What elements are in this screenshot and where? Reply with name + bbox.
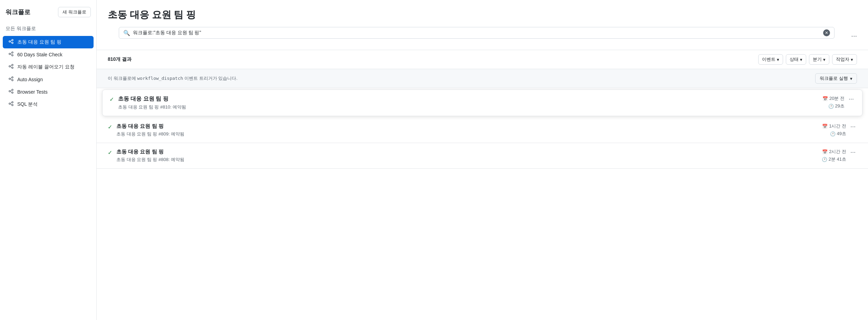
sidebar-header: 워크플로 새 워크플로 — [0, 7, 96, 23]
svg-line-3 — [10, 40, 12, 41]
svg-point-10 — [9, 66, 10, 67]
chevron-down-icon: ▾ — [851, 57, 853, 62]
sidebar-item-label-first-response-ping: 초동 대응 요원 팀 핑 — [17, 39, 61, 45]
svg-point-20 — [9, 91, 10, 92]
filter-buttons: 이벤트▾상태▾분기▾작업자▾ — [758, 54, 857, 65]
workflow-info: 초동 대응 요원 팀 핑초동 대응 요원 팀 핑 #809: 예약됨 — [116, 123, 817, 137]
clock-icon: 🕐 — [830, 131, 836, 137]
sidebar-item-auto-assign[interactable]: Auto Assign — [3, 73, 94, 86]
svg-point-16 — [12, 77, 13, 78]
svg-point-7 — [12, 55, 13, 56]
new-workflow-button[interactable]: 새 워크플로 — [58, 7, 91, 17]
time-row: 📅1시간 전 — [822, 123, 846, 129]
search-bar: 🔍 ✕ — [119, 27, 835, 39]
workflow-icon — [8, 76, 14, 83]
results-bar: 810개 결과 이벤트▾상태▾분기▾작업자▾ — [97, 50, 868, 69]
workflow-sub: 초동 대응 요원 팀 핑 #808: 예약됨 — [116, 157, 816, 163]
table-row[interactable]: ✓초동 대응 요원 팀 핑초동 대응 요원 팀 핑 #809: 예약됨📅1시간 … — [97, 117, 868, 143]
time-row: 📅20분 전 — [822, 95, 845, 102]
sidebar-nav: 초동 대응 요원 팀 핑 60 Days Stale Check 자동 레이블 … — [0, 36, 96, 111]
run-workflow-button[interactable]: 워크플로 실행 ▾ — [815, 73, 857, 84]
duration-value: 2분 41초 — [829, 156, 846, 162]
calendar-icon: 📅 — [822, 124, 828, 129]
main-content: 초동 대응 요원 팀 핑 🔍 ✕ ··· 810개 결과 이벤트▾상태▾분기▾작… — [97, 0, 868, 320]
sidebar-all-workflows[interactable]: 모든 워크플로 — [0, 23, 96, 35]
sidebar: 워크플로 새 워크플로 모든 워크플로 초동 대응 요원 팀 핑 60 Days… — [0, 0, 97, 320]
clock-icon: 🕐 — [828, 104, 834, 109]
search-input[interactable] — [133, 30, 820, 36]
run-workflow-chevron: ▾ — [850, 76, 852, 81]
table-row[interactable]: ✓초동 대응 요원 팀 핑초동 대응 요원 팀 핑 #808: 예약됨📅2시간 … — [97, 143, 868, 169]
duration-value: 29초 — [835, 103, 845, 109]
svg-point-22 — [12, 92, 13, 93]
more-options-button[interactable]: ··· — [847, 95, 855, 103]
svg-point-17 — [12, 79, 13, 81]
workflow-sub: 초동 대응 요원 팀 핑 #810: 예약됨 — [118, 104, 817, 110]
sidebar-item-auto-label-pull[interactable]: 자동 레이블 끌어오기 요청 — [3, 61, 94, 73]
svg-line-13 — [10, 65, 12, 66]
check-icon: ✓ — [108, 149, 112, 156]
filter-branch-button[interactable]: 분기▾ — [809, 54, 829, 65]
more-options-button[interactable]: ··· — [849, 149, 857, 156]
sidebar-item-first-response-ping[interactable]: 초동 대응 요원 팀 핑 — [3, 36, 94, 48]
check-icon: ✓ — [109, 96, 114, 103]
svg-line-23 — [10, 90, 12, 91]
time-value: 20분 전 — [829, 95, 845, 102]
sidebar-item-browser-tests[interactable]: Browser Tests — [3, 86, 94, 98]
svg-line-18 — [10, 78, 12, 78]
sidebar-item-label-auto-label-pull: 자동 레이블 끌어오기 요청 — [17, 64, 75, 70]
svg-point-1 — [12, 39, 13, 41]
workflow-sub: 초동 대응 요원 팀 핑 #809: 예약됨 — [116, 131, 817, 137]
calendar-icon: 📅 — [822, 96, 828, 101]
run-workflow-label: 워크플로 실행 — [820, 75, 848, 82]
filter-assignee-label: 작업자 — [836, 56, 849, 63]
filter-assignee-button[interactable]: 작업자▾ — [832, 54, 857, 65]
search-more-button[interactable]: ··· — [851, 32, 857, 40]
results-count: 810개 결과 — [108, 56, 132, 63]
dispatch-notice: 이 워크플로에 workflow_dispatch 이벤트 트리거가 있습니다.… — [97, 69, 868, 88]
more-options-button[interactable]: ··· — [849, 123, 857, 130]
svg-point-5 — [9, 53, 10, 55]
workflow-name: 초동 대응 요원 팀 핑 — [118, 95, 817, 103]
svg-line-28 — [10, 103, 12, 103]
time-value: 2시간 전 — [829, 149, 846, 155]
svg-point-12 — [12, 67, 13, 68]
sidebar-item-label-browser-tests: Browser Tests — [17, 89, 48, 95]
page-title: 초동 대응 요원 팀 핑 — [108, 8, 857, 21]
svg-line-29 — [10, 104, 12, 105]
sidebar-item-60-days-stale-check[interactable]: 60 Days Stale Check — [3, 48, 94, 61]
svg-line-8 — [10, 53, 12, 54]
filter-event-button[interactable]: 이벤트▾ — [758, 54, 783, 65]
svg-line-24 — [10, 92, 12, 92]
search-clear-button[interactable]: ✕ — [823, 29, 830, 36]
svg-point-25 — [9, 103, 10, 104]
chevron-down-icon: ▾ — [777, 57, 779, 62]
svg-point-26 — [12, 102, 13, 103]
filter-status-label: 상태 — [790, 56, 799, 63]
workflow-name: 초동 대응 요원 팀 핑 — [116, 149, 816, 155]
workflow-icon — [8, 88, 14, 95]
time-value: 1시간 전 — [829, 123, 846, 129]
clock-icon: 🕐 — [822, 157, 827, 162]
svg-point-6 — [12, 52, 13, 53]
workflow-list: ✓초동 대응 요원 팀 핑초동 대응 요원 팀 핑 #810: 예약됨📅20분 … — [97, 88, 868, 320]
workflow-icon — [8, 51, 14, 58]
sidebar-item-label-sql-analysis: SQL 분석 — [17, 101, 38, 107]
sidebar-item-sql-analysis[interactable]: SQL 분석 — [3, 98, 94, 111]
svg-point-15 — [9, 78, 10, 79]
duration-row: 🕐29초 — [828, 103, 845, 109]
table-row[interactable]: ✓초동 대응 요원 팀 핑초동 대응 요원 팀 핑 #810: 예약됨📅20분 … — [102, 90, 862, 116]
svg-point-21 — [12, 89, 13, 91]
svg-point-27 — [12, 104, 13, 106]
dispatch-notice-text: 이 워크플로에 workflow_dispatch 이벤트 트리거가 있습니다. — [108, 75, 238, 82]
workflow-info: 초동 대응 요원 팀 핑초동 대응 요원 팀 핑 #810: 예약됨 — [118, 95, 817, 110]
search-icon: 🔍 — [123, 30, 130, 36]
calendar-icon: 📅 — [822, 149, 828, 154]
workflow-meta: 📅2시간 전🕐2분 41초 — [822, 149, 846, 162]
time-row: 📅2시간 전 — [822, 149, 846, 155]
sidebar-item-label-auto-assign: Auto Assign — [17, 77, 43, 82]
svg-line-9 — [10, 54, 12, 55]
filter-branch-label: 분기 — [813, 56, 822, 63]
main-header: 초동 대응 요원 팀 핑 — [97, 0, 868, 27]
filter-status-button[interactable]: 상태▾ — [786, 54, 806, 65]
